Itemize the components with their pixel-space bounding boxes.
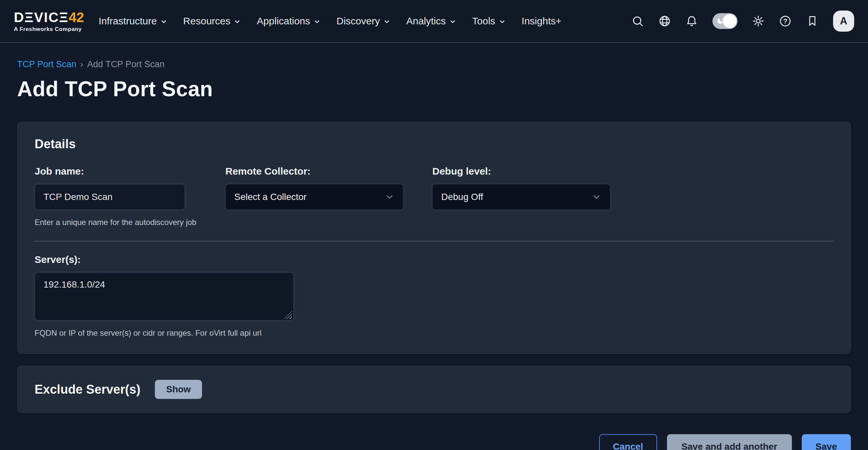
toggle-knob — [723, 14, 737, 28]
chevron-down-icon — [234, 18, 241, 25]
menu-label: Applications — [257, 15, 310, 27]
logo-tagline: A Freshworks Company — [14, 26, 84, 32]
cancel-button[interactable]: Cancel — [599, 434, 657, 450]
settings-icon[interactable] — [752, 15, 765, 27]
menu-label: Infrastructure — [98, 15, 157, 27]
menu-discovery[interactable]: Discovery — [337, 15, 391, 27]
chevron-down-icon — [384, 192, 395, 202]
chevron-down-icon — [160, 18, 167, 25]
job-name-helper: Enter a unique name for the autodiscover… — [35, 218, 196, 227]
job-name-field-group: Job name: Enter a unique name for the au… — [35, 166, 196, 227]
chevron-down-icon — [449, 18, 457, 25]
device42-logo[interactable]: DΞVICΞ 42 A Freshworks Company — [14, 10, 84, 32]
menu-insights-plus[interactable]: Insights+ — [522, 15, 561, 27]
main-menu: Infrastructure Resources Applications Di… — [98, 15, 561, 27]
debug-level-select[interactable]: Debug Off — [432, 184, 610, 210]
servers-textarea[interactable]: 192.168.1.0/24 — [35, 272, 293, 321]
user-avatar[interactable]: A — [833, 10, 854, 32]
menu-tools[interactable]: Tools — [472, 15, 506, 27]
chevron-down-icon — [383, 18, 391, 25]
remote-collector-field-group: Remote Collector: Select a Collector — [225, 166, 403, 227]
form-actions: Cancel Save and add another Save — [17, 434, 851, 450]
logo-brand-number: 42 — [68, 10, 84, 24]
menu-label: Resources — [183, 15, 230, 27]
chevron-down-icon — [313, 18, 321, 25]
debug-level-field-group: Debug level: Debug Off — [432, 166, 610, 227]
exclude-servers-heading: Exclude Server(s) — [35, 383, 141, 397]
servers-field-group: Server(s): 192.168.1.0/24 FQDN or IP of … — [35, 254, 833, 338]
menu-resources[interactable]: Resources — [183, 15, 241, 27]
avatar-letter: A — [840, 15, 847, 27]
breadcrumb: TCP Port Scan › Add TCP Port Scan — [17, 59, 851, 69]
breadcrumb-current: Add TCP Port Scan — [87, 59, 165, 69]
section-divider — [35, 241, 833, 242]
menu-label: Discovery — [337, 15, 380, 27]
chevron-down-icon — [591, 192, 601, 202]
bookmark-icon[interactable] — [806, 15, 818, 27]
nav-utility-bar: ? A — [631, 10, 854, 32]
logo-brand-text: DΞVICΞ — [14, 10, 68, 24]
details-fields-row: Job name: Enter a unique name for the au… — [35, 166, 833, 227]
show-exclude-servers-button[interactable]: Show — [155, 380, 202, 399]
servers-textarea-wrap: 192.168.1.0/24 — [35, 272, 293, 321]
debug-level-label: Debug level: — [432, 166, 610, 177]
menu-infrastructure[interactable]: Infrastructure — [98, 15, 167, 27]
help-icon[interactable]: ? — [779, 15, 792, 27]
menu-applications[interactable]: Applications — [257, 15, 321, 27]
details-card: Details Job name: Enter a unique name fo… — [17, 122, 851, 354]
menu-label: Analytics — [406, 15, 446, 27]
chevron-down-icon — [499, 18, 506, 25]
save-button[interactable]: Save — [802, 434, 851, 450]
servers-label: Server(s): — [35, 254, 833, 265]
remote-collector-label: Remote Collector: — [225, 166, 403, 177]
menu-analytics[interactable]: Analytics — [406, 15, 457, 27]
theme-toggle[interactable] — [712, 13, 738, 29]
svg-text:?: ? — [783, 17, 787, 25]
breadcrumb-separator: › — [81, 59, 83, 69]
menu-label: Tools — [472, 15, 495, 27]
logo-wordmark: DΞVICΞ 42 — [14, 10, 84, 24]
exclude-servers-card: Exclude Server(s) Show — [17, 366, 851, 413]
servers-helper: FQDN or IP of the server(s) or cidr or r… — [35, 328, 833, 338]
page-title: Add TCP Port Scan — [17, 77, 851, 101]
remote-collector-select[interactable]: Select a Collector — [225, 184, 403, 210]
job-name-label: Job name: — [35, 166, 196, 177]
globe-icon[interactable] — [658, 15, 671, 27]
job-name-input[interactable] — [35, 184, 185, 210]
details-heading: Details — [35, 137, 833, 151]
top-nav: DΞVICΞ 42 A Freshworks Company Infrastru… — [0, 0, 868, 43]
save-and-add-another-button[interactable]: Save and add another — [667, 434, 792, 450]
page-content: TCP Port Scan › Add TCP Port Scan Add TC… — [0, 59, 868, 450]
menu-label: Insights+ — [522, 15, 561, 27]
debug-level-value: Debug Off — [441, 192, 483, 202]
notifications-icon[interactable] — [685, 15, 698, 27]
search-icon[interactable] — [631, 15, 644, 27]
breadcrumb-link-tcp-port-scan[interactable]: TCP Port Scan — [17, 59, 76, 69]
remote-collector-value: Select a Collector — [234, 192, 307, 202]
